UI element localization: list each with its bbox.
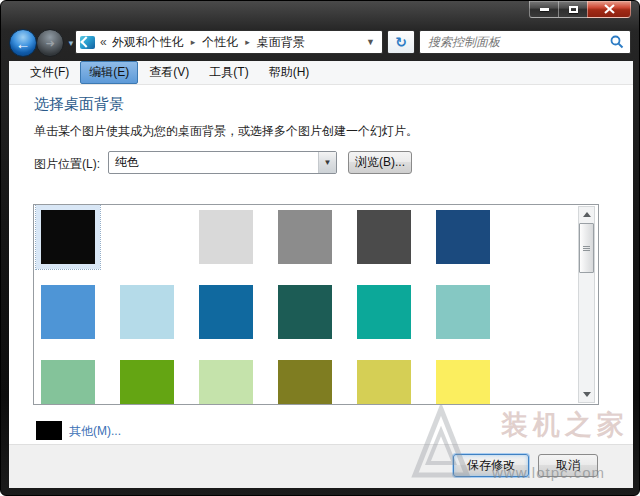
- breadcrumb-item[interactable]: 外观和个性化: [112, 34, 184, 51]
- color-swatch[interactable]: [120, 360, 174, 405]
- scroll-up-icon: [583, 212, 591, 217]
- scrollbar-grip-icon: [583, 248, 590, 249]
- picture-position-value: 纯色: [109, 154, 318, 171]
- client-area: 文件(F)编辑(E)查看(V)工具(T)帮助(H) 选择桌面背景 单击某个图片使…: [9, 61, 633, 488]
- color-swatch[interactable]: [278, 210, 332, 264]
- search-icon: [610, 35, 624, 49]
- color-swatch[interactable]: [357, 285, 411, 339]
- color-swatch[interactable]: [120, 210, 174, 264]
- browse-button[interactable]: 浏览(B)...: [348, 151, 412, 174]
- window-controls: [529, 1, 631, 18]
- breadcrumb-separator-icon: ▸: [191, 37, 196, 47]
- close-button[interactable]: [587, 1, 631, 18]
- minimize-button[interactable]: [529, 1, 559, 18]
- color-swatch[interactable]: [41, 210, 95, 264]
- menu-item[interactable]: 编辑(E): [80, 61, 138, 84]
- breadcrumb-item[interactable]: 个性化: [202, 34, 238, 51]
- color-swatch[interactable]: [278, 360, 332, 405]
- color-swatch[interactable]: [436, 285, 490, 339]
- scroll-down-button[interactable]: [579, 387, 594, 402]
- scrollbar-thumb[interactable]: [579, 223, 594, 273]
- color-swatch[interactable]: [41, 285, 95, 339]
- recent-pages-dropdown[interactable]: ▼: [67, 39, 75, 48]
- footer-bar: 保存修改 取消: [9, 444, 633, 488]
- breadcrumb-bar[interactable]: « 外观和个性化▸个性化▸桌面背景 ▼: [75, 30, 383, 54]
- scrollbar[interactable]: [578, 206, 595, 403]
- scroll-up-button[interactable]: [579, 207, 594, 222]
- color-list-box: [33, 204, 599, 405]
- address-dropdown-icon[interactable]: ▼: [363, 37, 378, 47]
- maximize-icon: [569, 6, 578, 13]
- color-swatch[interactable]: [199, 360, 253, 405]
- menu-item[interactable]: 工具(T): [200, 61, 257, 84]
- other-colors-link[interactable]: 其他(M)...: [69, 423, 121, 440]
- menu-item[interactable]: 文件(F): [21, 61, 78, 84]
- maximize-button[interactable]: [559, 1, 587, 18]
- page-title: 选择桌面背景: [34, 95, 124, 114]
- page-description: 单击某个图片使其成为您的桌面背景，或选择多个图片创建一个幻灯片。: [34, 123, 418, 140]
- color-swatch[interactable]: [278, 285, 332, 339]
- breadcrumb-overflow-chevrons[interactable]: «: [100, 35, 107, 49]
- chevron-down-icon: ▼: [318, 152, 336, 173]
- desktop-background-window: ← ➜ ▼ « 外观和个性化▸个性化▸桌面背景 ▼ ↻ 文件(F)编辑(E)查看…: [0, 0, 640, 496]
- search-input[interactable]: [426, 34, 610, 50]
- refresh-icon: ↻: [395, 34, 407, 50]
- other-color-swatch: [36, 421, 62, 440]
- breadcrumb-separator-icon: ▸: [245, 37, 250, 47]
- close-icon: [604, 4, 615, 14]
- color-swatch[interactable]: [436, 210, 490, 264]
- color-swatch[interactable]: [357, 360, 411, 405]
- color-swatch[interactable]: [199, 285, 253, 339]
- picture-position-select[interactable]: 纯色 ▼: [108, 151, 337, 174]
- color-swatch[interactable]: [357, 210, 411, 264]
- forward-button[interactable]: ➜: [36, 29, 64, 57]
- navigation-bar: ← ➜ ▼ « 外观和个性化▸个性化▸桌面背景 ▼ ↻: [1, 27, 640, 61]
- color-swatch[interactable]: [41, 360, 95, 405]
- breadcrumb-items: 外观和个性化▸个性化▸桌面背景: [112, 34, 358, 51]
- color-swatch[interactable]: [436, 360, 490, 405]
- breadcrumb-item[interactable]: 桌面背景: [257, 34, 305, 51]
- personalization-icon: [80, 36, 95, 49]
- minimize-icon: [540, 8, 549, 11]
- picture-position-label: 图片位置(L):: [34, 156, 100, 173]
- back-button[interactable]: ←: [9, 29, 37, 57]
- save-changes-button[interactable]: 保存修改: [453, 454, 529, 477]
- cancel-button[interactable]: 取消: [538, 454, 598, 477]
- menu-item[interactable]: 查看(V): [140, 61, 198, 84]
- search-box: [419, 30, 631, 54]
- forward-icon: ➜: [45, 37, 54, 50]
- scroll-down-icon: [583, 392, 591, 397]
- menu-bar: 文件(F)编辑(E)查看(V)工具(T)帮助(H): [9, 61, 633, 85]
- back-icon: ←: [16, 35, 31, 52]
- color-swatch[interactable]: [199, 210, 253, 264]
- refresh-button[interactable]: ↻: [387, 30, 415, 54]
- menu-item[interactable]: 帮助(H): [260, 61, 319, 84]
- color-swatch[interactable]: [120, 285, 174, 339]
